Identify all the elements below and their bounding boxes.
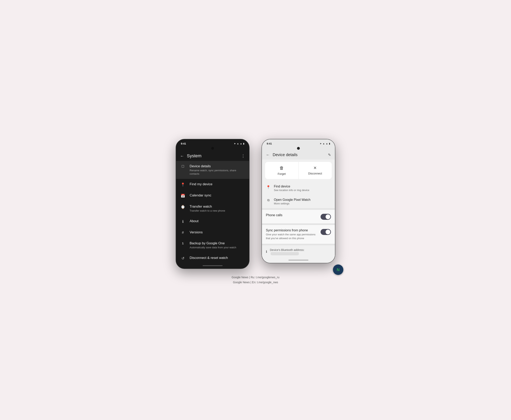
light-navigation-icon: ➤ [320,142,322,145]
find-my-device-text: Find my device [190,182,245,187]
disconnect-reset-icon-wrap: ↺ [180,256,186,261]
menu-item-about[interactable]: ℹ About [176,216,249,227]
light-home-bar [288,260,308,261]
signal-icon: ▲ [240,142,242,145]
light-back-button[interactable]: ← [266,152,270,157]
calendar-sync-icon-wrap: 📅 [180,194,186,198]
phone-calls-toggle[interactable] [321,214,331,220]
light-content: 🗑 Forget ✕ Disconnect 📍 Find device See … [262,162,335,258]
dark-status-time: 9:41 [181,142,186,145]
light-home-indicator [262,258,335,263]
find-device-item[interactable]: 📍 Find device See location info or ring … [262,181,335,195]
find-my-device-label: Find my device [190,182,245,187]
disconnect-label: Disconnect [308,172,322,175]
light-status-bar: 9:41 ➤ ▲ ▲ ▮ [262,139,335,147]
transfer-watch-label: Transfer watch [190,204,245,209]
forget-button[interactable]: 🗑 Forget [265,162,298,179]
forget-label: Forget [278,172,286,175]
bluetooth-text: Device's Bluetooth address: ████████████… [270,248,331,255]
footer-line1: Google News | Ru: t.me/googlenws_ru [232,275,279,280]
section-divider-3 [262,244,335,245]
google-news-badge: N [333,264,343,275]
disconnect-reset-text: Disconnect & reset watch [190,256,245,260]
section-divider-1 [262,208,335,210]
about-label: About [190,219,245,223]
menu-item-backup[interactable]: 1 Backup by Google One Automatically sav… [176,238,249,253]
footer: Google News | Ru: t.me/googlenws_ru Goog… [232,275,279,285]
light-camera-area [262,147,335,150]
sync-permissions-label: Sync permissions from phone [266,229,317,232]
battery-icon: ▮ [243,142,244,145]
dark-status-bar: 9:41 ➤ ▲ ▲ ▮ [176,139,249,147]
disconnect-icon: ✕ [313,165,317,170]
device-details-text: Device details Rename watch, sync permis… [190,164,245,176]
transfer-watch-sublabel: Transfer watch to a new phone [190,209,245,213]
section-divider-2 [262,223,335,225]
about-text: About [190,219,245,223]
disconnect-reset-label: Disconnect & reset watch [190,256,245,260]
transfer-watch-text: Transfer watch Transfer watch to a new p… [190,204,245,213]
versions-icon: # [182,231,184,235]
device-details-sublabel: Rename watch, sync permissions, share co… [190,169,245,176]
light-screen-title: Device details [273,152,298,157]
open-watch-sublabel: More settings [274,202,331,205]
dark-camera-area [176,147,249,150]
dark-screen-title: System [187,153,201,158]
versions-label: Versions [190,230,245,234]
sync-permissions-row: Sync permissions from phone Give your wa… [262,225,335,244]
disconnect-button[interactable]: ✕ Disconnect [299,162,332,179]
menu-item-find-my-device[interactable]: 📍 Find my device [176,179,249,190]
footer-line2: Google News | En: t.me/google_nws [232,280,279,285]
backup-icon: 1 [182,241,184,245]
dark-back-button[interactable]: ← [180,154,184,158]
menu-item-transfer-watch[interactable]: ⌚ Transfer watch Transfer watch to a new… [176,201,249,216]
find-device-text: Find device See location info or ring de… [274,185,331,192]
light-status-time: 9:41 [267,142,272,145]
menu-item-calendar-sync[interactable]: 📅 Calendar sync [176,190,249,201]
dark-overflow-menu-button[interactable]: ⋮ [241,153,245,158]
backup-label: Backup by Google One [190,241,245,246]
sync-permissions-sublabel: Give your watch the same app permissions… [266,233,317,240]
light-app-header: ← Device details ✎ [262,150,335,159]
dark-header-left: ← System [180,153,201,158]
menu-item-versions[interactable]: # Versions [176,227,249,238]
phone-calls-toggle-knob [326,214,330,219]
sync-permissions-toggle[interactable] [321,229,331,235]
transfer-watch-icon-wrap: ⌚ [180,205,186,209]
dark-home-indicator [176,264,249,269]
light-status-icons: ➤ ▲ ▲ ▮ [320,142,330,145]
light-camera-dot [297,147,300,150]
sync-permissions-text: Sync permissions from phone Give your wa… [266,229,317,240]
find-my-device-icon: 📍 [181,182,185,187]
light-header-left: ← Device details [266,152,298,157]
versions-icon-wrap: # [180,231,186,235]
open-watch-label: Open Google Pixel Watch [274,198,331,202]
calendar-sync-icon: 📅 [181,194,185,198]
menu-item-disconnect-reset[interactable]: ↺ Disconnect & reset watch [176,253,249,264]
navigation-icon: ➤ [234,142,236,145]
action-card: 🗑 Forget ✕ Disconnect [265,162,332,179]
open-watch-text: Open Google Pixel Watch More settings [274,198,331,205]
light-wifi-icon: ▲ [323,142,325,145]
menu-item-device-details[interactable]: ☐ Device details Rename watch, sync perm… [176,161,249,179]
dark-status-icons: ➤ ▲ ▲ ▮ [234,142,244,145]
about-icon: ℹ [182,219,184,224]
light-edit-button[interactable]: ✎ [328,153,331,157]
open-watch-item[interactable]: ⧉ Open Google Pixel Watch More settings [262,195,335,208]
versions-text: Versions [190,230,245,234]
find-device-sublabel: See location info or ring device [274,189,331,192]
calendar-sync-text: Calendar sync [190,193,245,198]
disconnect-reset-icon: ↺ [181,256,184,261]
device-details-icon-wrap: ☐ [180,165,186,168]
find-device-icon: 📍 [266,185,271,189]
phone-calls-row: Phone calls [262,210,335,223]
dark-app-header: ← System ⋮ [176,150,249,161]
open-watch-icon: ⧉ [266,198,271,202]
backup-icon-wrap: 1 [180,241,186,245]
light-battery-icon: ▮ [329,142,330,145]
gnews-letter: N [337,268,339,272]
phone-calls-label: Phone calls [266,213,317,217]
dark-phone: 9:41 ➤ ▲ ▲ ▮ ← System ⋮ ☐ [176,139,249,269]
calendar-sync-label: Calendar sync [190,193,245,198]
device-details-icon: ☐ [181,165,184,168]
